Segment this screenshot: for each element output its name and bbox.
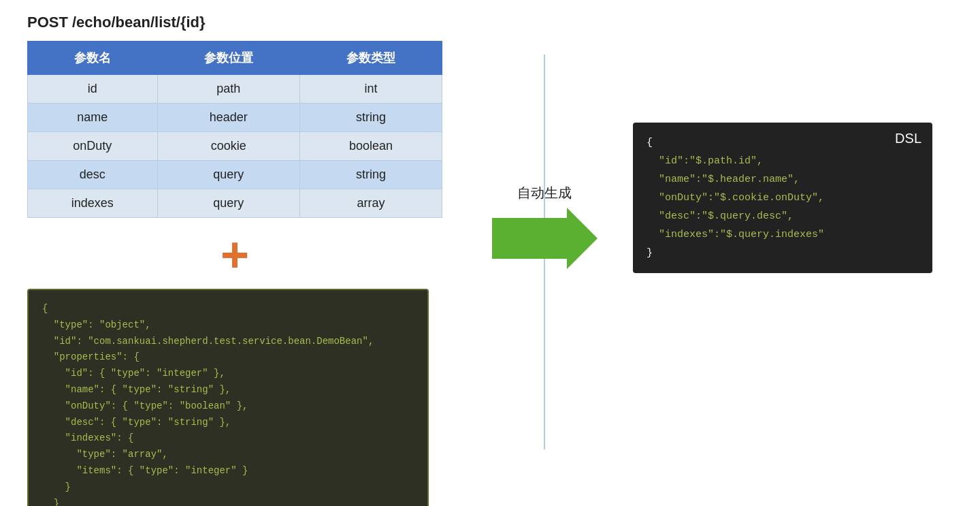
params-table: 参数名 参数位置 参数类型 idpathintnameheaderstringo… bbox=[27, 41, 442, 218]
dsl-line: "id":"$.path.id", bbox=[647, 155, 763, 167]
dsl-line: "name":"$.header.name", bbox=[647, 174, 800, 185]
api-title: POST /echo/bean/list/{id} bbox=[27, 14, 206, 31]
table-cell: path bbox=[157, 75, 299, 104]
table-cell: boolean bbox=[299, 132, 442, 161]
table-cell: cookie bbox=[157, 132, 299, 161]
table-header-name: 参数名 bbox=[28, 42, 158, 75]
dsl-code: { "id":"$.path.id", "name":"$.header.nam… bbox=[647, 133, 919, 262]
right-section: DSL { "id":"$.path.id", "name":"$.header… bbox=[619, 14, 953, 273]
dsl-line: "onDuty":"$.cookie.onDuty", bbox=[647, 192, 824, 204]
dsl-open-brace: { bbox=[647, 137, 653, 148]
table-cell: query bbox=[157, 161, 299, 189]
table-cell: name bbox=[28, 104, 158, 132]
dsl-label: DSL bbox=[895, 131, 921, 146]
table-header-position: 参数位置 bbox=[157, 42, 299, 75]
arrow-container: 自动生成 bbox=[492, 184, 598, 269]
dsl-box: DSL { "id":"$.path.id", "name":"$.header… bbox=[633, 123, 932, 273]
json-schema-code: { "type": "object", "id": "com.sankuai.s… bbox=[42, 301, 414, 506]
green-arrow bbox=[492, 208, 598, 269]
json-schema-box: { "type": "object", "id": "com.sankuai.s… bbox=[27, 289, 429, 506]
middle-section: 自动生成 bbox=[470, 14, 619, 269]
plus-container: + bbox=[27, 230, 442, 279]
table-cell: array bbox=[299, 189, 442, 218]
table-cell: query bbox=[157, 189, 299, 218]
plus-sign: + bbox=[220, 230, 249, 279]
main-container: POST /echo/bean/list/{id} 参数名 参数位置 参数类型 … bbox=[0, 0, 980, 506]
dsl-line: "indexes":"$.query.indexes" bbox=[647, 229, 824, 240]
arrow-tip bbox=[567, 208, 598, 269]
table-cell: header bbox=[157, 104, 299, 132]
table-cell: string bbox=[299, 161, 442, 189]
table-header-type: 参数类型 bbox=[299, 42, 442, 75]
table-cell: id bbox=[28, 75, 158, 104]
dsl-line: "desc":"$.query.desc", bbox=[647, 210, 794, 222]
table-cell: string bbox=[299, 104, 442, 132]
dsl-close-brace: } bbox=[647, 247, 653, 259]
arrow-body bbox=[492, 218, 567, 259]
table-cell: onDuty bbox=[28, 132, 158, 161]
table-cell: desc bbox=[28, 161, 158, 189]
arrow-label: 自动生成 bbox=[517, 184, 572, 202]
left-section: POST /echo/bean/list/{id} 参数名 参数位置 参数类型 … bbox=[27, 14, 470, 506]
table-cell: int bbox=[299, 75, 442, 104]
table-cell: indexes bbox=[28, 189, 158, 218]
